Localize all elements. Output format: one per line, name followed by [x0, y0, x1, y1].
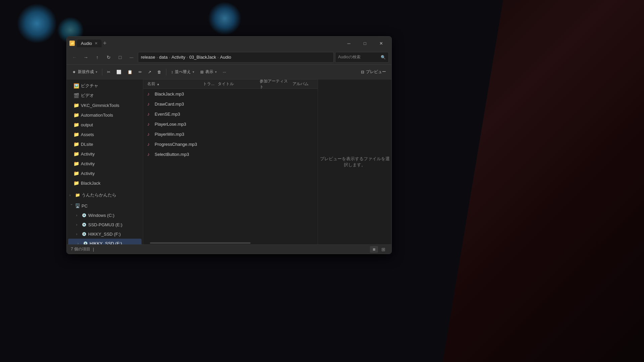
automation-label: AutomationTools [81, 113, 132, 118]
horizontal-scrollbar[interactable] [143, 242, 318, 244]
share-button[interactable]: ↗ [145, 67, 154, 77]
sidebar-item-vkc[interactable]: 📁 VKC_GimmickTools 📌 [68, 101, 142, 110]
grid-view-button[interactable]: ⊞ [379, 246, 387, 253]
ssd-e-icon: 💿 [82, 222, 87, 227]
window-icon: 📁 [69, 41, 75, 46]
blackjack-icon: 📁 [73, 180, 79, 186]
pictures-icon: 🖼️ [73, 83, 79, 88]
minimize-button[interactable]: ─ [341, 38, 357, 49]
list-view-button[interactable]: ≡ [370, 246, 378, 253]
close-button[interactable]: ✕ [373, 38, 389, 49]
back-button[interactable]: ← [69, 52, 79, 62]
audio-file-icon: ♪ [147, 141, 153, 147]
audio-file-icon: ♪ [147, 101, 153, 107]
table-row[interactable]: ♪ ProgressChange.mp3 [145, 139, 316, 149]
name-sort-icon: ▲ [157, 82, 160, 86]
more-button[interactable]: ··· [220, 67, 229, 77]
preview-button[interactable]: ⊟ プレビュー [358, 67, 389, 77]
assets-label: Assets [81, 132, 132, 137]
ssd-e-label: SSD-PGMU3 (E:) [88, 222, 122, 227]
sidebar-item-video[interactable]: 🎬 ビデオ 📌 [68, 91, 142, 100]
sidebar-item-activity1[interactable]: 📁 Activity [68, 149, 142, 159]
sort-button[interactable]: ↕ 並べ替え ▾ [168, 67, 197, 77]
file-pane: 名前 ▲ トラ... タイトル 参加アーティスト アルバム [143, 79, 318, 242]
up-button[interactable]: ↑ [92, 52, 102, 62]
sidebar-item-windows[interactable]: › 💿 Windows (C:) [67, 210, 143, 220]
automation-icon: 📁 [73, 112, 79, 118]
maximize-button[interactable]: □ [357, 38, 373, 49]
more-nav-button[interactable]: ··· [126, 52, 137, 62]
hikky-f1-expand-icon: › [76, 232, 80, 236]
explorer-window: 📁 Audio ✕ + ─ □ ✕ ← → ↑ ↻ □ ··· release … [66, 36, 392, 254]
breadcrumb-release[interactable]: release [141, 55, 155, 60]
new-tab-button[interactable]: + [103, 40, 107, 47]
sidebar-item-automation[interactable]: 📁 AutomationTools 📌 [68, 110, 142, 120]
sort-dropdown-icon: ▾ [193, 70, 194, 74]
table-row[interactable]: ♪ DrawCard.mp3 [145, 99, 316, 109]
recent-locations-button[interactable]: □ [115, 52, 125, 62]
sidebar-item-output[interactable]: 📁 output 📌 [68, 120, 142, 129]
untara-expand-icon: › [69, 193, 73, 197]
col-header-album[interactable]: アルバム [291, 81, 315, 87]
sort-icon: ↕ [171, 70, 173, 74]
sidebar-item-hikky-ssd-f2[interactable]: › 💿 HIKKY_SSD (F:) [68, 239, 142, 244]
rename-icon: ✏ [139, 70, 142, 74]
bg-orb-1 [17, 3, 57, 44]
table-row[interactable]: ♪ EvenSE.mp3 [145, 109, 316, 119]
pc-label: PC [82, 203, 88, 208]
activity2-icon: 📁 [73, 161, 79, 166]
sidebar-item-blackjack[interactable]: 📁 BlackJack [68, 178, 142, 188]
audio-file-icon: ♪ [147, 152, 153, 157]
window-tab[interactable]: Audio ✕ [77, 40, 102, 47]
hikky-f2-label: HIKKY_SSD (F:) [90, 241, 122, 245]
sidebar-item-activity3[interactable]: 📁 Activity [68, 169, 142, 178]
section-untara-header[interactable]: › 📁 うんたらかんたら [67, 190, 143, 200]
sidebar-item-pictures[interactable]: 🖼️ ピクチャ 📌 [68, 81, 142, 90]
paste-button[interactable]: 📋 [125, 67, 135, 77]
sidebar-item-ssd-pgmu3-e[interactable]: › 💿 SSD-PGMU3 (E:) [67, 220, 143, 229]
forward-button[interactable]: → [81, 52, 91, 62]
sidebar-item-hikky-ssd-f1[interactable]: › 💿 HIKKY_SSD (F:) [67, 229, 143, 239]
table-row[interactable]: ♪ BlackJack.mp3 [145, 89, 316, 99]
activity1-label: Activity [81, 152, 139, 157]
delete-icon: 🗑 [157, 70, 161, 74]
breadcrumb-data[interactable]: data [159, 55, 167, 60]
table-row[interactable]: ♪ PlayerWin.mp3 [145, 129, 316, 139]
file-name: PlayerWin.mp3 [155, 132, 206, 137]
col-header-artist[interactable]: 参加アーティスト [258, 79, 291, 90]
file-name: SelectButton.mp3 [155, 152, 206, 157]
breadcrumb-03blackjack[interactable]: 03_BlackJack [189, 55, 216, 60]
copy-button[interactable]: ⬜ [114, 67, 124, 77]
address-bar[interactable]: release › data › Activity › 03_BlackJack… [138, 52, 334, 63]
sidebar-item-assets[interactable]: 📁 Assets 📌 [68, 130, 142, 139]
new-button[interactable]: ✦ 新規作成 ▾ [69, 67, 100, 77]
cut-button[interactable]: ✂ [104, 67, 113, 77]
ssd-e-expand-icon: › [76, 223, 80, 227]
window-controls: ─ □ ✕ [341, 38, 389, 49]
breadcrumb-activity[interactable]: Activity [171, 55, 185, 60]
new-dropdown-icon: ▾ [96, 70, 97, 74]
view-button[interactable]: ⊞ 表示 ▾ [198, 67, 219, 77]
bg-orb-2 [208, 2, 241, 35]
hikky-f2-expand-icon: › [77, 242, 82, 245]
col-header-track[interactable]: トラ... [202, 81, 216, 87]
sidebar-item-activity2[interactable]: 📁 Activity [68, 159, 142, 168]
delete-button[interactable]: 🗑 [155, 67, 164, 77]
table-row[interactable]: ♪ SelectButton.mp3 [145, 149, 316, 159]
video-icon: 🎬 [73, 93, 79, 98]
table-row[interactable]: ♪ PlayerLose.mp3 [145, 119, 316, 129]
item-count: 7 個の項目 [71, 246, 90, 252]
section-pc-header[interactable]: › 🖥️ PC [67, 201, 143, 210]
sidebar-item-dlsite[interactable]: 📁 DLsite 📌 [68, 139, 142, 149]
copy-icon: ⬜ [116, 70, 121, 74]
tab-close-button[interactable]: ✕ [95, 41, 98, 46]
rename-button[interactable]: ✏ [136, 67, 145, 77]
scrollbar-thumb[interactable] [150, 242, 251, 244]
refresh-button[interactable]: ↻ [104, 52, 114, 62]
col-header-title[interactable]: タイトル [216, 81, 258, 87]
breadcrumb-audio[interactable]: Audio [220, 55, 231, 60]
search-bar[interactable]: Audioの検索 🔍 [335, 52, 389, 63]
col-header-name[interactable]: 名前 ▲ [146, 81, 202, 87]
view-dropdown-icon: ▾ [215, 70, 217, 74]
pc-expand-icon: › [70, 204, 73, 208]
